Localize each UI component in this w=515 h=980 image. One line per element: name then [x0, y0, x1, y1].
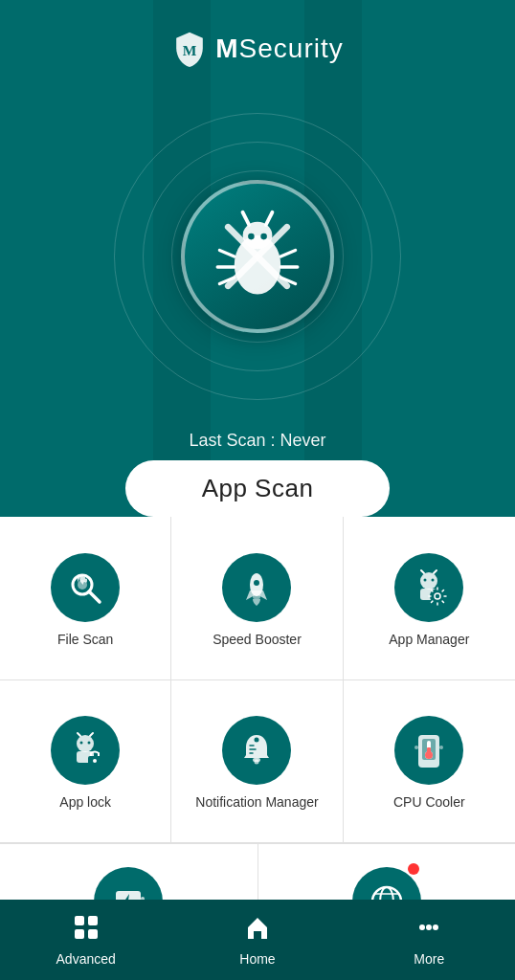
app-manager-icon-circle [394, 553, 463, 622]
nav-item-more[interactable]: More [344, 900, 515, 980]
app-lock-label: App lock [59, 794, 111, 810]
svg-point-71 [419, 924, 425, 930]
svg-line-36 [432, 601, 433, 602]
svg-line-16 [89, 591, 100, 602]
svg-point-50 [255, 760, 259, 765]
grid-icon [73, 914, 100, 947]
grid-item-app-manager[interactable]: App Manager [344, 517, 515, 680]
svg-line-41 [90, 733, 93, 736]
app-scan-button[interactable]: App Scan [125, 460, 391, 517]
app-manager-icon [409, 568, 449, 608]
svg-line-7 [219, 250, 234, 256]
last-scan-label: Last Scan : Never [189, 431, 325, 451]
nav-item-advanced[interactable]: Advanced [0, 900, 171, 980]
bug-icon [205, 204, 310, 309]
svg-point-23 [432, 578, 435, 581]
main-scan-icon[interactable] [181, 180, 334, 333]
notification-manager-icon [236, 730, 277, 770]
svg-point-56 [425, 751, 433, 759]
svg-point-37 [77, 735, 94, 752]
home-icon [244, 914, 271, 947]
grid-item-file-scan[interactable]: File Scan [0, 517, 171, 680]
svg-rect-70 [88, 929, 98, 939]
nav-more-label: More [414, 951, 444, 967]
svg-line-24 [421, 570, 424, 573]
svg-point-57 [414, 746, 418, 749]
app-title-bar: M MSecurity [0, 0, 515, 86]
svg-line-4 [266, 212, 273, 225]
notification-manager-icon-circle [222, 716, 291, 785]
svg-point-19 [254, 580, 259, 586]
app-lock-icon [65, 730, 105, 770]
speed-booster-icon-circle [222, 553, 291, 622]
file-scan-icon-circle [51, 553, 120, 622]
svg-point-5 [248, 234, 255, 240]
svg-point-21 [420, 572, 437, 590]
svg-rect-20 [253, 594, 260, 599]
svg-line-10 [280, 250, 295, 256]
svg-text:M: M [183, 42, 197, 58]
svg-point-46 [255, 738, 259, 743]
app-logo-icon: M [171, 31, 208, 67]
svg-rect-68 [88, 916, 98, 925]
hero-section: M MSecurity [0, 0, 515, 517]
app-lock-icon-circle [51, 716, 120, 785]
grid-item-notification-manager[interactable]: Notification Manager [171, 680, 343, 844]
app-manager-label: App Manager [389, 632, 469, 647]
svg-point-58 [439, 746, 443, 749]
speed-booster-label: Speed Booster [213, 632, 302, 647]
file-scan-label: File Scan [57, 632, 113, 647]
notification-manager-label: Notification Manager [195, 794, 318, 810]
app-name: MSecurity [215, 33, 343, 64]
grid-rows: File Scan Speed Booster [0, 517, 515, 843]
svg-line-25 [434, 570, 437, 573]
nav-home-label: Home [239, 951, 275, 967]
cpu-cooler-icon-circle [394, 716, 463, 785]
safe-browser-badge [408, 863, 419, 875]
svg-point-44 [93, 759, 97, 763]
main-container: M MSecurity [0, 0, 515, 980]
nav-advanced-label: Advanced [56, 951, 116, 967]
svg-line-3 [243, 212, 250, 225]
svg-point-72 [426, 924, 432, 930]
svg-rect-69 [75, 929, 84, 939]
grid-item-speed-booster[interactable]: Speed Booster [171, 517, 343, 680]
svg-line-35 [442, 590, 443, 590]
svg-line-40 [78, 733, 80, 736]
svg-rect-67 [75, 916, 84, 925]
file-scan-icon [65, 568, 105, 608]
grid-item-app-lock[interactable]: App lock [0, 680, 171, 844]
svg-point-22 [424, 578, 427, 581]
svg-point-6 [260, 234, 267, 240]
cpu-cooler-icon [409, 730, 449, 770]
svg-point-39 [88, 742, 91, 745]
cpu-cooler-label: CPU Cooler [393, 794, 465, 810]
svg-line-33 [432, 590, 433, 590]
grid-item-cpu-cooler[interactable]: CPU Cooler [344, 680, 515, 844]
svg-point-38 [80, 742, 83, 745]
svg-point-73 [433, 924, 438, 930]
speed-booster-icon [236, 568, 277, 608]
more-icon [415, 914, 442, 947]
svg-line-34 [442, 601, 443, 602]
bottom-nav: Advanced Home More [0, 900, 515, 980]
nav-item-home[interactable]: Home [171, 900, 343, 980]
radar-container [95, 96, 420, 417]
